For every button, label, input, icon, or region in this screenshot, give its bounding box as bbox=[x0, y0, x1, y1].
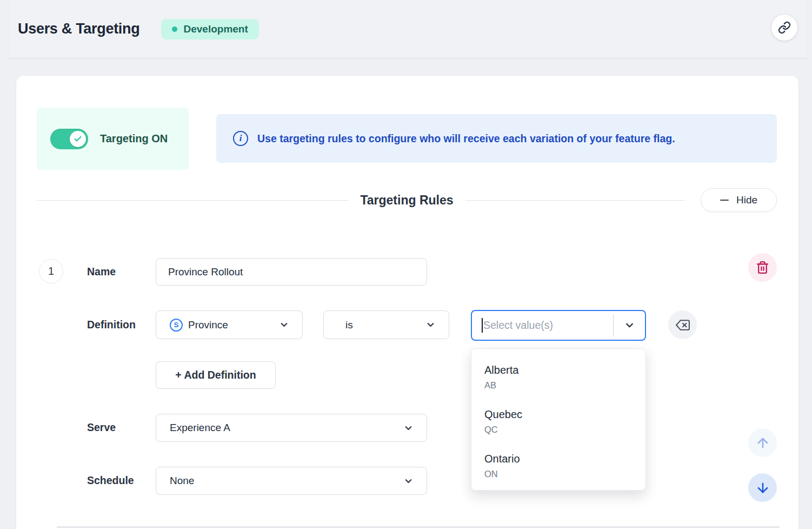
dropdown-option-alberta[interactable]: Alberta AB bbox=[471, 354, 645, 399]
definition-label: Definition bbox=[87, 319, 136, 331]
targeting-card: Targeting ON i Use targeting rules to co… bbox=[16, 76, 798, 529]
option-label: Alberta bbox=[484, 363, 633, 377]
values-dropdown-menu: Alberta AB Quebec QC Ontario ON bbox=[471, 348, 646, 491]
serve-label: Serve bbox=[87, 421, 116, 434]
hide-button-label: Hide bbox=[736, 194, 757, 206]
serve-select-value: Experience A bbox=[170, 422, 230, 434]
schedule-select-value: None bbox=[170, 475, 194, 487]
option-code: QC bbox=[484, 424, 633, 435]
copy-link-button[interactable] bbox=[771, 15, 797, 41]
option-label: Ontario bbox=[484, 452, 633, 466]
environment-badge-label: Development bbox=[183, 23, 248, 35]
minus-icon bbox=[720, 200, 729, 201]
hide-rules-button[interactable]: Hide bbox=[701, 188, 777, 212]
trash-icon bbox=[756, 261, 769, 274]
dropdown-option-quebec[interactable]: Quebec QC bbox=[471, 399, 645, 443]
schedule-label: Schedule bbox=[87, 474, 134, 487]
page-header: Users & Targeting Development bbox=[10, 0, 807, 58]
schedule-select[interactable]: None bbox=[156, 467, 427, 495]
targeting-toggle-label: Targeting ON bbox=[100, 133, 168, 145]
rules-section-title: Targeting Rules bbox=[348, 193, 465, 208]
chevron-down-icon bbox=[425, 320, 436, 330]
arrow-up-icon bbox=[755, 435, 770, 451]
check-icon bbox=[74, 135, 82, 143]
values-placeholder: Select value(s) bbox=[483, 319, 613, 332]
add-definition-button[interactable]: + Add Definition bbox=[156, 361, 276, 389]
info-banner-text: Use targeting rules to configure who wil… bbox=[257, 133, 675, 145]
values-multiselect-input[interactable]: Select value(s) bbox=[471, 310, 646, 341]
chevron-down-icon bbox=[403, 423, 414, 433]
targeting-toggle-panel: Targeting ON bbox=[37, 108, 189, 170]
property-select[interactable]: S Province bbox=[156, 310, 303, 339]
operator-select-value: is bbox=[345, 319, 353, 331]
option-code: ON bbox=[484, 468, 633, 480]
environment-badge: Development bbox=[161, 19, 258, 39]
rules-section-header: Targeting Rules Hide bbox=[37, 188, 777, 212]
page-title: Users & Targeting bbox=[18, 21, 139, 37]
targeting-toggle[interactable] bbox=[50, 129, 88, 149]
serve-select[interactable]: Experience A bbox=[156, 414, 427, 442]
clear-values-button[interactable] bbox=[668, 310, 697, 339]
property-select-value: Province bbox=[188, 319, 228, 331]
link-icon bbox=[778, 21, 791, 34]
chevron-down-icon bbox=[403, 476, 414, 486]
chevron-down-icon bbox=[279, 320, 289, 330]
arrow-down-icon bbox=[755, 480, 770, 495]
chevron-down-icon[interactable] bbox=[614, 320, 645, 331]
info-icon: i bbox=[233, 131, 248, 146]
backspace-icon bbox=[676, 318, 690, 332]
rule-number-badge: 1 bbox=[39, 259, 63, 283]
name-label: Name bbox=[87, 266, 116, 278]
move-rule-up-button[interactable] bbox=[748, 428, 777, 457]
toggle-knob bbox=[70, 131, 86, 147]
divider bbox=[57, 526, 780, 528]
delete-rule-button[interactable] bbox=[748, 253, 777, 282]
string-type-icon: S bbox=[170, 319, 183, 332]
option-label: Quebec bbox=[484, 407, 633, 421]
operator-select[interactable]: is bbox=[323, 310, 449, 339]
rule-name-input[interactable] bbox=[156, 258, 427, 286]
move-rule-down-button[interactable] bbox=[748, 473, 777, 502]
option-code: AB bbox=[484, 379, 633, 391]
environment-dot-icon bbox=[172, 27, 177, 32]
dropdown-option-ontario[interactable]: Ontario ON bbox=[471, 443, 645, 487]
info-banner: i Use targeting rules to configure who w… bbox=[216, 114, 777, 163]
text-caret bbox=[482, 318, 483, 333]
